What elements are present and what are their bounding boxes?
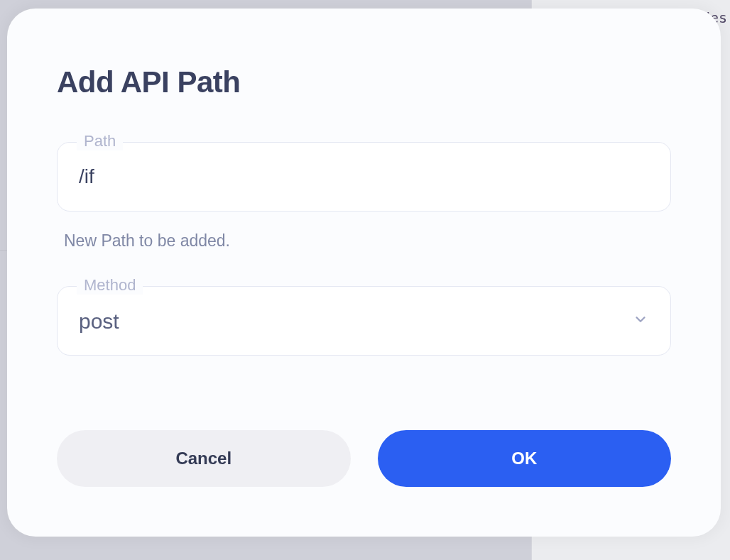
method-select[interactable]: post (57, 286, 671, 356)
modal-overlay: Add API Path Path New Path to be added. … (0, 0, 730, 560)
method-field-label: Method (77, 276, 143, 295)
modal-title: Add API Path (57, 65, 671, 99)
cancel-button[interactable]: Cancel (57, 430, 351, 487)
path-input[interactable] (57, 142, 671, 212)
ok-button[interactable]: OK (378, 430, 672, 487)
method-field-group: Method post (57, 286, 671, 356)
add-api-path-modal: Add API Path Path New Path to be added. … (7, 9, 721, 537)
path-help-text: New Path to be added. (64, 231, 671, 251)
modal-button-row: Cancel OK (57, 430, 671, 487)
path-field-label: Path (77, 132, 123, 150)
path-field-group: Path (57, 142, 671, 212)
